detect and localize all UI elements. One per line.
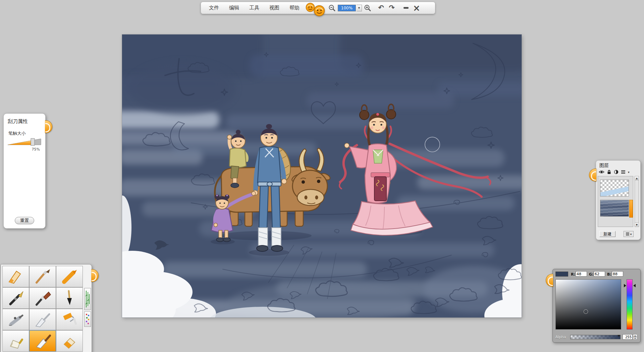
g-label: G: <box>589 272 593 277</box>
slider-handle[interactable] <box>31 138 35 145</box>
menu-view[interactable]: 视图 <box>265 2 284 13</box>
color-position-indicator <box>584 310 588 313</box>
alpha-marker-icon <box>618 335 620 337</box>
painting-canvas[interactable] <box>122 35 522 317</box>
reset-button[interactable]: 重置 <box>15 217 34 224</box>
panel-tab-handle[interactable] <box>589 169 596 181</box>
panel-tab-handle[interactable] <box>546 274 553 287</box>
tool-button-bamboo-pen[interactable] <box>84 288 91 310</box>
main-toolbar: 文件 编辑 工具 视图 帮助 10 <box>201 2 435 14</box>
app-logo[interactable] <box>305 2 326 14</box>
layer-thumbnail <box>600 180 629 196</box>
minimize-button[interactable] <box>401 3 411 13</box>
layer-toolbar: ▼ <box>599 170 630 174</box>
layer-scrollbar[interactable]: ▲ ▼ <box>635 176 639 227</box>
zoom-dropdown-button[interactable]: ▼ <box>357 5 362 11</box>
chevron-down-icon[interactable]: ▼ <box>628 171 630 173</box>
alpha-gradient <box>571 335 620 339</box>
panel-tab-handle[interactable] <box>45 120 52 133</box>
scraper-icon <box>33 333 52 349</box>
layer-item-top[interactable] <box>600 180 629 196</box>
layer-item-background[interactable] <box>600 200 629 217</box>
scroll-down-button[interactable]: ▼ <box>635 223 639 227</box>
palette-knife-icon <box>33 311 52 328</box>
minimize-icon <box>404 7 409 9</box>
alpha-spinner: ▲ ▼ <box>633 334 637 340</box>
paint-roller-icon <box>60 311 79 328</box>
scroll-up-button[interactable]: ▲ <box>635 176 639 180</box>
layer-menu-button[interactable]: ▼ <box>624 231 634 237</box>
zoom-in-button[interactable] <box>363 3 373 13</box>
painting-illustration <box>122 35 522 317</box>
tool-button-pastel-stick[interactable] <box>2 266 29 287</box>
undo-icon: ↶ <box>378 4 384 11</box>
crayon-icon <box>60 269 79 285</box>
tool-button-oil-brush[interactable] <box>29 287 56 309</box>
menu-tools[interactable]: 工具 <box>245 2 264 13</box>
layer-content-preview <box>600 185 629 196</box>
zoom-out-button[interactable] <box>327 3 337 13</box>
layer-thumbnail <box>600 200 629 216</box>
tool-button-ink-brush[interactable] <box>56 287 83 309</box>
layers-title: 图层 <box>599 163 609 169</box>
hue-marker-left-icon <box>624 284 626 287</box>
r-input[interactable] <box>576 271 587 277</box>
oil-brush-icon <box>33 290 52 306</box>
tool-button-paint-tube[interactable] <box>2 330 29 352</box>
r-label: R: <box>571 272 575 277</box>
menu-file[interactable]: 文件 <box>204 2 224 13</box>
app-background: 文件 编辑 工具 视图 帮助 10 <box>0 0 644 352</box>
scraper-properties-panel: 刮刀属性 笔触大小 75% 重置 <box>3 113 46 229</box>
new-layer-button[interactable]: 新建 <box>599 231 615 237</box>
tool-button-paint-brush[interactable] <box>29 266 56 287</box>
paint-brush-icon <box>33 269 52 285</box>
eye-icon[interactable] <box>599 170 604 174</box>
menu-help[interactable]: 帮助 <box>285 2 304 13</box>
list-icon <box>626 232 630 236</box>
pastel-stick-icon <box>6 269 25 285</box>
fountain-pen-icon <box>6 290 25 306</box>
extra-tools-strip <box>84 288 91 328</box>
tool-button-scraper[interactable] <box>29 330 56 352</box>
zoom-level-field[interactable]: 100% <box>338 5 356 11</box>
redo-icon: ↷ <box>389 4 395 11</box>
hue-marker-right-icon <box>633 284 636 287</box>
b-label: B: <box>607 272 611 277</box>
contrast-icon[interactable] <box>614 170 619 174</box>
alpha-slider[interactable] <box>570 335 621 339</box>
tool-grid <box>2 266 83 352</box>
undo-button[interactable]: ↶ <box>376 3 386 13</box>
menu-edit[interactable]: 编辑 <box>224 2 244 13</box>
redo-button[interactable]: ↷ <box>387 3 397 13</box>
g-input[interactable] <box>594 271 605 277</box>
panel-tab-handle[interactable] <box>91 269 99 282</box>
b-input[interactable] <box>612 271 623 277</box>
close-icon: × <box>413 4 420 12</box>
tool-button-paint-roller[interactable] <box>56 309 83 330</box>
paint-tube-icon <box>6 333 25 349</box>
tool-button-eraser[interactable] <box>56 330 83 352</box>
hue-slider[interactable] <box>627 279 633 330</box>
list-icon[interactable] <box>621 170 626 174</box>
tool-button-airbrush[interactable] <box>2 309 29 330</box>
brush-size-slider[interactable] <box>7 138 42 146</box>
tool-button-fountain-pen[interactable] <box>2 287 29 309</box>
spinner-down-button[interactable]: ▼ <box>633 337 637 340</box>
eraser-icon <box>60 333 79 349</box>
texture-stamp-icon <box>85 313 90 326</box>
color-picker-panel: R: G: B: Alpha ▲ ▼ <box>552 269 641 343</box>
alpha-label: Alpha <box>555 335 566 339</box>
zoom-out-icon <box>328 4 336 12</box>
current-color-swatch[interactable] <box>555 272 568 277</box>
lock-icon[interactable] <box>607 170 611 174</box>
chevron-down-icon: ▼ <box>630 233 632 235</box>
spinner-up-button[interactable]: ▲ <box>633 334 637 337</box>
alpha-input[interactable] <box>623 334 633 340</box>
tool-button-palette-knife[interactable] <box>29 309 56 330</box>
ink-brush-icon <box>60 290 79 306</box>
tool-button-texture-stamp[interactable] <box>84 311 91 327</box>
tool-button-crayon[interactable] <box>56 266 83 287</box>
layers-panel: 图层 ▼ <box>596 160 641 240</box>
saturation-value-gradient[interactable] <box>555 279 621 330</box>
close-button[interactable]: × <box>412 3 422 13</box>
